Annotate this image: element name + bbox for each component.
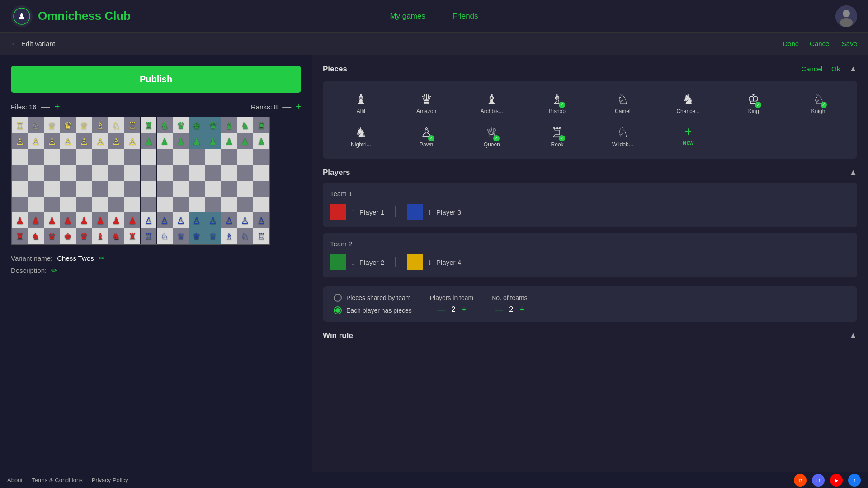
chess-cell[interactable]: [237, 149, 253, 165]
cancel-button[interactable]: Cancel: [810, 40, 831, 47]
chess-cell[interactable]: ♙: [60, 133, 76, 149]
chess-cell[interactable]: [76, 181, 92, 197]
piece-item[interactable]: + New: [657, 122, 719, 151]
chess-cell[interactable]: ♙: [205, 212, 221, 228]
chess-cell[interactable]: ♟: [124, 212, 140, 228]
chess-cell[interactable]: [44, 149, 60, 165]
chess-cell[interactable]: [253, 149, 269, 165]
reddit-icon[interactable]: r/: [794, 474, 807, 487]
chess-cell[interactable]: [141, 181, 156, 197]
chess-cell[interactable]: [237, 197, 253, 212]
chess-cell[interactable]: [108, 165, 124, 181]
ranks-decrease-button[interactable]: —: [282, 102, 291, 112]
chess-cell[interactable]: [60, 181, 76, 197]
players-collapse-button[interactable]: ▲: [849, 168, 857, 177]
chess-cell[interactable]: [44, 165, 60, 181]
chess-cell[interactable]: [173, 181, 189, 197]
chess-cell[interactable]: ♙: [141, 212, 156, 228]
piece-item[interactable]: ♛ Amazon: [396, 88, 458, 118]
chess-cell[interactable]: [124, 149, 140, 165]
chess-cell[interactable]: [205, 197, 221, 212]
publish-button[interactable]: Publish: [11, 66, 301, 93]
players-in-team-increase-button[interactable]: +: [462, 305, 467, 314]
chess-cell[interactable]: ♟: [12, 212, 28, 228]
chess-cell[interactable]: [253, 165, 269, 181]
chess-cell[interactable]: [205, 181, 221, 197]
chess-cell[interactable]: ♖: [141, 228, 156, 244]
chess-cell[interactable]: ♟: [189, 133, 205, 149]
chess-cell[interactable]: ♟: [76, 212, 92, 228]
chess-cell[interactable]: [60, 165, 76, 181]
chess-cell[interactable]: [173, 197, 189, 212]
chess-cell[interactable]: ♝: [221, 117, 237, 133]
chess-cell[interactable]: ♕: [205, 228, 221, 244]
chess-cell[interactable]: ♟: [221, 133, 237, 149]
chess-cell[interactable]: ♘: [157, 228, 173, 244]
chess-cell[interactable]: [221, 165, 237, 181]
chess-cell[interactable]: ♙: [44, 133, 60, 149]
chess-cell[interactable]: ♟: [253, 133, 269, 149]
chess-cell[interactable]: [157, 149, 173, 165]
chess-cell[interactable]: [108, 197, 124, 212]
files-decrease-button[interactable]: —: [41, 102, 50, 112]
chess-cell[interactable]: [189, 165, 205, 181]
chess-cell[interactable]: ♘: [28, 117, 44, 133]
chess-cell[interactable]: [92, 181, 108, 197]
chess-cell[interactable]: [108, 181, 124, 197]
chess-cell[interactable]: ♖: [253, 228, 269, 244]
piece-item[interactable]: ♞ Nightri...: [330, 122, 392, 151]
chess-cell[interactable]: ♟: [205, 133, 221, 149]
discord-icon[interactable]: D: [812, 474, 825, 487]
variant-name-edit-icon[interactable]: ✏: [99, 254, 104, 263]
chess-cell[interactable]: ♙: [173, 212, 189, 228]
chess-cell[interactable]: ♟: [28, 212, 44, 228]
chess-cell[interactable]: ♗: [92, 117, 108, 133]
chess-cell[interactable]: [141, 197, 156, 212]
chess-cell[interactable]: [92, 165, 108, 181]
chess-cell[interactable]: [76, 149, 92, 165]
chess-cell[interactable]: [189, 181, 205, 197]
chess-cell[interactable]: ♞: [108, 228, 124, 244]
chess-cell[interactable]: ♛: [76, 228, 92, 244]
chess-cell[interactable]: ♙: [76, 133, 92, 149]
chess-cell[interactable]: [108, 149, 124, 165]
piece-item[interactable]: ♘ Camel: [592, 88, 654, 118]
chess-cell[interactable]: [12, 197, 28, 212]
chess-cell[interactable]: [157, 165, 173, 181]
chess-cell[interactable]: ♟: [141, 133, 156, 149]
player-2-color[interactable]: [330, 254, 346, 270]
chess-cell[interactable]: ♞: [28, 228, 44, 244]
players-in-team-decrease-button[interactable]: —: [437, 305, 445, 314]
piece-item[interactable]: ♝ Alfil: [330, 88, 392, 118]
footer-terms-link[interactable]: Terms & Conditions: [32, 477, 83, 483]
piece-item[interactable]: ♙ ✓ Pawn: [396, 122, 458, 151]
no-of-teams-increase-button[interactable]: +: [519, 305, 524, 314]
chess-cell[interactable]: ♞: [237, 117, 253, 133]
chess-board[interactable]: ♖♘♕♛♕♗♘♖♜♞♛♚♛♝♞♜♙♙♙♙♙♙♙♙♟♟♟♟♟♟♟♟♟♟♟♟♟♟♟♟…: [11, 117, 270, 245]
chess-cell[interactable]: [173, 165, 189, 181]
chess-cell[interactable]: [141, 165, 156, 181]
files-increase-button[interactable]: +: [55, 102, 60, 112]
piece-item[interactable]: ♘ ✓ Knight: [788, 88, 850, 118]
chess-cell[interactable]: [12, 181, 28, 197]
nav-friends[interactable]: Friends: [453, 12, 478, 21]
chess-cell[interactable]: ♜: [124, 228, 140, 244]
piece-item[interactable]: ♔ ✓ King: [723, 88, 785, 118]
done-button[interactable]: Done: [783, 40, 799, 47]
chess-cell[interactable]: ♙: [108, 133, 124, 149]
chess-cell[interactable]: ♙: [157, 212, 173, 228]
chess-cell[interactable]: ♝: [92, 228, 108, 244]
each-player-option[interactable]: Each player has pieces: [334, 306, 412, 314]
chess-cell[interactable]: ♕: [173, 228, 189, 244]
each-player-radio[interactable]: [334, 306, 342, 314]
chess-cell[interactable]: [173, 149, 189, 165]
pieces-cancel-button[interactable]: Cancel: [801, 65, 822, 73]
chess-cell[interactable]: ♕: [76, 117, 92, 133]
chess-cell[interactable]: [60, 149, 76, 165]
chess-cell[interactable]: ♖: [12, 117, 28, 133]
chess-cell[interactable]: ♟: [173, 133, 189, 149]
pieces-collapse-button[interactable]: ▲: [849, 64, 857, 74]
facebook-icon[interactable]: f: [848, 474, 861, 487]
piece-item[interactable]: ♗ ✓ Bishop: [526, 88, 588, 118]
footer-about-link[interactable]: About: [7, 477, 23, 483]
